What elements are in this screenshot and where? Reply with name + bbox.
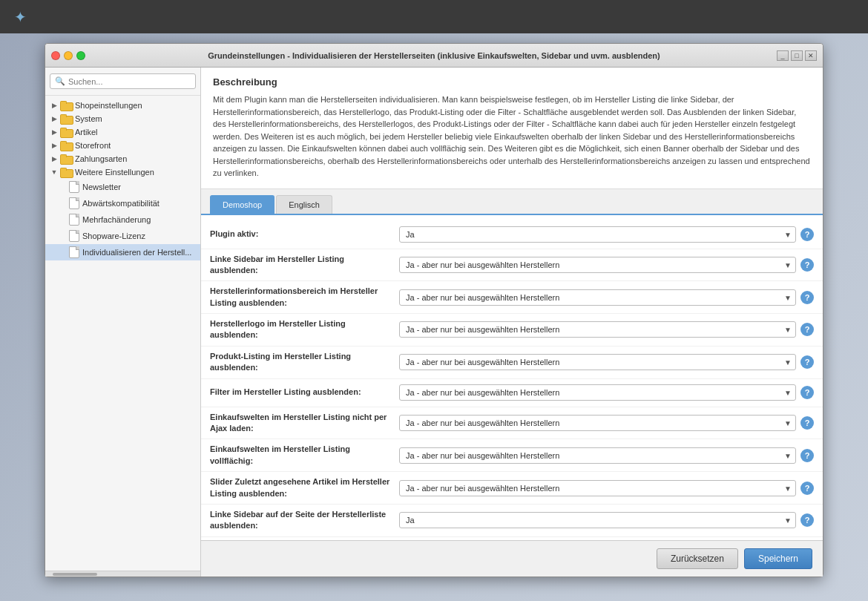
help-btn-sidebar-herstellerliste[interactable]: ? <box>800 513 814 527</box>
setting-label-linke-sidebar: Linke Sidebar im Hersteller Listing ausb… <box>210 254 399 277</box>
select-herst-info[interactable]: Ja - aber nur bei ausgewählten Herstelle… <box>399 289 796 306</box>
search-input[interactable] <box>68 77 191 86</box>
doc-icon-mehrfach <box>69 214 79 226</box>
window-titlebar: Grundeinstellungen - Individualisieren d… <box>45 44 823 68</box>
win-close-right[interactable]: ✕ <box>805 50 817 61</box>
help-btn-plugin-aktiv[interactable]: ? <box>800 228 814 241</box>
setting-control-herst-info: Ja - aber nur bei ausgewählten Herstelle… <box>399 289 814 306</box>
select-produkt-listing[interactable]: Ja - aber nur bei ausgewählten Herstelle… <box>399 354 796 370</box>
setting-row-slider: Slider Zuletzt angesehene Artikel im Her… <box>201 472 823 505</box>
help-btn-einkauf-voll[interactable]: ? <box>800 449 814 462</box>
help-btn-herst-info[interactable]: ? <box>800 291 814 304</box>
label-artikel: Artikel <box>75 128 98 137</box>
tab-englisch[interactable]: Englisch <box>276 195 332 214</box>
description-panel: Beschreibung Mit dem Plugin kann man die… <box>201 68 823 189</box>
win-restore-right[interactable]: □ <box>791 50 803 61</box>
select-sidebar-herstellerliste[interactable]: Ja Nein Ja - aber nur bei ausgewählten H… <box>399 512 796 528</box>
select-wrapper-herst-info: Ja - aber nur bei ausgewählten Herstelle… <box>399 289 796 306</box>
setting-control-einkauf-ajax: Ja - aber nur bei ausgewählten Herstelle… <box>399 415 814 431</box>
setting-label-slider: Slider Zuletzt angesehene Artikel im Her… <box>210 476 399 499</box>
expander-zahlungsarten: ▶ <box>50 154 59 163</box>
folder-icon-storefront <box>60 141 72 150</box>
sidebar-item-mehrfach[interactable]: Mehrfachänderung <box>45 211 200 228</box>
sidebar-item-storefront[interactable]: ▶ Storefront <box>45 139 200 152</box>
setting-row-plugin-aktiv: Plugin aktiv: Ja Nein ▼ ? <box>201 221 823 249</box>
sidebar-scrollbar[interactable] <box>45 571 200 577</box>
win-minimize-right[interactable]: _ <box>777 50 789 61</box>
expander-weitere: ▼ <box>50 168 59 177</box>
setting-control-linke-sidebar: Ja - aber nur bei ausgewählten Herstelle… <box>399 257 814 273</box>
sidebar-item-system[interactable]: ▶ System <box>45 112 200 125</box>
doc-icon-newsletter <box>69 181 79 193</box>
reset-button[interactable]: Zurücksetzen <box>657 548 738 569</box>
sidebar-item-shopware-lizenz[interactable]: Shopware-Lizenz <box>45 228 200 244</box>
help-btn-herst-logo[interactable]: ? <box>800 323 814 336</box>
description-title: Beschreibung <box>213 76 811 88</box>
setting-label-herst-logo: Herstellerlogo im Hersteller Listing aus… <box>210 318 399 341</box>
setting-row-linke-sidebar: Linke Sidebar im Hersteller Listing ausb… <box>201 249 823 282</box>
setting-control-herst-logo: Ja - aber nur bei ausgewählten Herstelle… <box>399 321 814 338</box>
expander-abwaerts <box>59 199 68 208</box>
sidebar-item-individualisieren[interactable]: Individualisieren der Herstell... <box>45 244 200 260</box>
app-logo: ✦ <box>9 6 31 28</box>
tab-demoshop[interactable]: Demoshop <box>210 195 274 214</box>
expander-system: ▶ <box>50 114 59 123</box>
folder-icon-zahlungsarten <box>60 154 72 163</box>
expander-storefront: ▶ <box>50 141 59 150</box>
close-button[interactable] <box>51 51 60 60</box>
sidebar-tree: ▶ Shopeinstellungen ▶ System ▶ Artikel <box>45 96 200 571</box>
select-wrapper-filter: Ja - aber nur bei ausgewählten Herstelle… <box>399 384 796 401</box>
sidebar: 🔍 ▶ Shopeinstellungen ▶ System <box>45 68 201 577</box>
select-wrapper-produkt-listing: Ja - aber nur bei ausgewählten Herstelle… <box>399 354 796 370</box>
select-herst-logo[interactable]: Ja - aber nur bei ausgewählten Herstelle… <box>399 321 796 338</box>
save-button[interactable]: Speichern <box>744 548 812 569</box>
setting-row-einkauf-ajax: Einkaufswelten im Hersteller Listing nic… <box>201 407 823 440</box>
select-wrapper-slider: Ja - aber nur bei ausgewählten Herstelle… <box>399 480 796 496</box>
doc-icon-individualisieren <box>69 246 79 258</box>
sidebar-item-abwaerts[interactable]: Abwärtskompatibilität <box>45 195 200 211</box>
sidebar-item-zahlungsarten[interactable]: ▶ Zahlungsarten <box>45 152 200 165</box>
label-mehrfach: Mehrfachänderung <box>82 215 151 224</box>
folder-icon-system <box>60 114 72 123</box>
select-linke-sidebar[interactable]: Ja - aber nur bei ausgewählten Herstelle… <box>399 257 796 273</box>
footer-bar: Zurücksetzen Speichern <box>201 540 823 577</box>
settings-area: Plugin aktiv: Ja Nein ▼ ? <box>201 215 823 541</box>
search-wrapper[interactable]: 🔍 <box>50 73 196 89</box>
help-btn-filter[interactable]: ? <box>800 386 814 399</box>
setting-label-sidebar-herstellerliste: Linke Sidebar auf der Seite der Herstell… <box>210 509 399 532</box>
select-slider[interactable]: Ja - aber nur bei ausgewählten Herstelle… <box>399 480 796 496</box>
window-controls <box>51 51 85 60</box>
select-einkauf-ajax[interactable]: Ja - aber nur bei ausgewählten Herstelle… <box>399 415 796 431</box>
doc-icon-shopware-lizenz <box>69 230 79 242</box>
expander-individualisieren <box>59 248 68 257</box>
folder-icon-artikel <box>60 128 72 137</box>
select-plugin-aktiv[interactable]: Ja Nein <box>399 226 796 243</box>
select-wrapper-herst-logo: Ja - aber nur bei ausgewählten Herstelle… <box>399 321 796 338</box>
label-shopware-lizenz: Shopware-Lizenz <box>82 231 145 240</box>
help-btn-linke-sidebar[interactable]: ? <box>800 258 814 272</box>
maximize-button[interactable] <box>76 51 85 60</box>
sidebar-item-shopeinstellungen[interactable]: ▶ Shopeinstellungen <box>45 99 200 112</box>
label-system: System <box>75 114 102 123</box>
expander-mehrfach <box>59 215 68 224</box>
select-einkauf-voll[interactable]: Ja - aber nur bei ausgewählten Herstelle… <box>399 447 796 464</box>
sidebar-item-artikel[interactable]: ▶ Artikel <box>45 125 200 139</box>
select-filter[interactable]: Ja - aber nur bei ausgewählten Herstelle… <box>399 384 796 401</box>
label-zahlungsarten: Zahlungsarten <box>75 154 127 163</box>
setting-label-produkt-listing: Produkt-Listing im Hersteller Listing au… <box>210 351 399 374</box>
sidebar-item-weitere-einstellungen[interactable]: ▼ Weitere Einstellungen <box>45 165 200 179</box>
setting-label-herst-info: Herstellerinformationsbereich im Herstel… <box>210 286 399 309</box>
help-btn-produkt-listing[interactable]: ? <box>800 355 814 369</box>
window-controls-right: _ □ ✕ <box>777 50 817 61</box>
setting-label-filter: Filter im Hersteller Listing ausblenden: <box>210 387 399 398</box>
help-btn-einkauf-ajax[interactable]: ? <box>800 416 814 430</box>
label-storefront: Storefront <box>75 141 111 150</box>
help-btn-slider[interactable]: ? <box>800 482 814 495</box>
sidebar-item-newsletter[interactable]: Newsletter <box>45 179 200 195</box>
setting-control-produkt-listing: Ja - aber nur bei ausgewählten Herstelle… <box>399 354 814 370</box>
setting-row-einkauf-voll: Einkaufswelten im Hersteller Listing vol… <box>201 439 823 472</box>
sidebar-scrollbar-thumb <box>53 573 97 576</box>
minimize-button[interactable] <box>64 51 73 60</box>
expander-newsletter <box>59 183 68 191</box>
setting-control-slider: Ja - aber nur bei ausgewählten Herstelle… <box>399 480 814 496</box>
